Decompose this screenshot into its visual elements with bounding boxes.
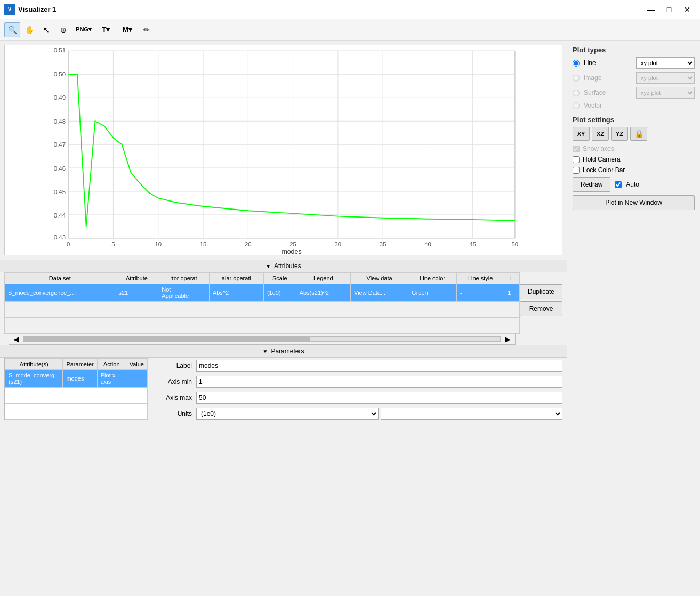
xy-axis-button[interactable]: XY — [573, 127, 590, 141]
param-col-attributes: Attribute(s) — [5, 359, 63, 370]
plot-type-image-radio[interactable] — [573, 75, 580, 82]
param-row-empty — [5, 388, 148, 404]
plot-type-vector-label: Vector — [584, 102, 695, 109]
hold-camera-checkbox[interactable] — [573, 156, 580, 163]
select-tool-button[interactable]: ↖ — [38, 22, 54, 37]
plot-types-section: Plot types Line xy plot Image xy plot — [573, 46, 695, 109]
param-cell-parameter: modes — [63, 370, 97, 388]
units-select-secondary[interactable] — [381, 408, 563, 420]
hold-camera-label[interactable]: Hold Camera — [583, 156, 621, 163]
table-row-empty2 — [5, 318, 520, 334]
duplicate-remove-buttons: Duplicate Remove — [520, 272, 562, 345]
parameters-arrow: ▼ — [263, 349, 268, 355]
units-field-row: Units (1e0) — [155, 408, 562, 420]
maximize-button[interactable]: □ — [661, 3, 678, 16]
plot-type-vector-row: Vector — [573, 102, 695, 109]
col-line-color: Line color — [408, 273, 457, 284]
svg-text:25: 25 — [289, 241, 296, 247]
cell-scale: (1e0) — [263, 284, 296, 302]
export-image-button[interactable]: PNG▾ — [73, 22, 95, 37]
app-icon: V — [4, 4, 15, 15]
plot-type-line-label[interactable]: Line — [584, 59, 632, 67]
scroll-left-icon[interactable]: ◀ — [11, 335, 21, 343]
plot-type-line-radio[interactable] — [573, 60, 580, 67]
table-row[interactable]: S_mode_convergence_... s21 NotApplicable… — [5, 284, 520, 302]
parameters-section: ▼ Parameters Attribute(s) Parameter Acti… — [0, 345, 567, 596]
units-label: Units — [155, 410, 192, 417]
col-attribute: Attribute — [115, 273, 158, 284]
auto-checkbox[interactable] — [615, 181, 622, 188]
lasso-tool-button[interactable]: ⊕ — [55, 22, 71, 37]
hold-camera-row: Hold Camera — [573, 156, 695, 163]
col-vector-op: :tor operat — [158, 273, 210, 284]
chart-svg: 0.51 0.50 0.49 0.48 0.47 0.46 0.45 0.44 … — [5, 45, 562, 255]
zoom-tool-button[interactable]: 🔍 — [4, 22, 20, 37]
redraw-button[interactable]: Redraw — [573, 177, 610, 192]
plot-types-list: Line xy plot Image xy plot Surface — [573, 57, 695, 109]
label-field-input[interactable] — [196, 360, 562, 372]
lock-axis-button[interactable]: 🔒 — [630, 127, 647, 141]
axis-min-label: Axis min — [155, 378, 192, 385]
edit-tool-button[interactable]: ✏ — [139, 22, 155, 37]
cell-legend: Abs(s21)^2 — [296, 284, 350, 302]
remove-button[interactable]: Remove — [520, 301, 562, 316]
duplicate-button[interactable]: Duplicate — [520, 284, 562, 299]
svg-text:0: 0 — [67, 241, 70, 247]
auto-label[interactable]: Auto — [626, 181, 639, 188]
cell-attribute: s21 — [115, 284, 158, 302]
svg-text:0.46: 0.46 — [54, 165, 66, 172]
label-field-row: Label — [155, 360, 562, 372]
table-row-empty — [5, 302, 520, 318]
plot-type-line-select[interactable]: xy plot — [636, 57, 695, 69]
cell-l: 1 — [504, 284, 520, 302]
attributes-table: Data set Attribute :tor operat alar oper… — [4, 272, 520, 334]
col-view-data: View data — [351, 273, 408, 284]
plot-settings-title: Plot settings — [573, 116, 695, 124]
title-bar: V Visualizer 1 — □ ✕ — [0, 0, 700, 19]
axis-min-input[interactable] — [196, 376, 562, 388]
yz-axis-button[interactable]: YZ — [611, 127, 628, 141]
attributes-table-scroll[interactable]: Data set Attribute :tor operat alar oper… — [4, 272, 520, 334]
plot-type-surface-radio[interactable] — [573, 90, 580, 96]
svg-text:20: 20 — [245, 241, 252, 247]
title-bar-controls: — □ ✕ — [642, 3, 696, 16]
plot-type-surface-row: Surface xyz plot — [573, 87, 695, 99]
units-select-pair: (1e0) — [196, 408, 562, 420]
close-button[interactable]: ✕ — [679, 3, 696, 16]
attributes-header[interactable]: ▼ Attributes — [0, 260, 567, 272]
units-select-primary[interactable]: (1e0) — [196, 408, 379, 420]
cell-dataset: S_mode_convergence_... — [5, 284, 115, 302]
axis-max-input[interactable] — [196, 392, 562, 404]
cell-view-data[interactable]: View Data... — [351, 284, 408, 302]
param-table-row[interactable]: S_mode_converg...(s21) modes Plot x axis — [5, 370, 148, 388]
cell-vector-op: NotApplicable — [158, 284, 210, 302]
svg-text:0.47: 0.47 — [54, 141, 66, 148]
plot-new-window-button[interactable]: Plot in New Window — [573, 195, 695, 210]
plot-type-vector-radio[interactable] — [573, 102, 580, 109]
axis-max-field-row: Axis max — [155, 392, 562, 404]
minimize-button[interactable]: — — [642, 3, 659, 16]
axis-min-field-row: Axis min — [155, 376, 562, 388]
lock-color-bar-checkbox[interactable] — [573, 167, 580, 174]
plot-types-title: Plot types — [573, 46, 695, 54]
svg-text:10: 10 — [155, 241, 162, 247]
attributes-section: ▼ Attributes Data set Attribute :tor ope… — [0, 260, 567, 345]
text-tool-button[interactable]: T▾ — [96, 22, 116, 37]
lock-color-bar-label[interactable]: Lock Color Bar — [583, 166, 625, 174]
show-axes-label: Show axes — [583, 145, 614, 152]
plot-type-surface-label: Surface — [584, 89, 632, 96]
attributes-scrollbar[interactable]: ◀ ▶ — [9, 334, 516, 345]
plot-type-image-label: Image — [584, 74, 632, 82]
xz-axis-button[interactable]: XZ — [592, 127, 609, 141]
attributes-title: Attributes — [274, 262, 301, 270]
parameters-header[interactable]: ▼ Parameters — [0, 345, 567, 358]
marker-tool-button[interactable]: M▾ — [117, 22, 138, 37]
svg-text:0.45: 0.45 — [54, 189, 66, 195]
pan-tool-button[interactable]: ✋ — [21, 22, 37, 37]
axis-buttons-row: XY XZ YZ 🔒 — [573, 127, 695, 141]
scroll-right-icon[interactable]: ▶ — [503, 335, 513, 343]
toolbar: 🔍 ✋ ↖ ⊕ PNG▾ T▾ M▾ ✏ — [0, 19, 700, 41]
svg-text:50: 50 — [512, 241, 519, 247]
plot-new-window-row: Plot in New Window — [573, 195, 695, 210]
col-legend: Legend — [296, 273, 350, 284]
